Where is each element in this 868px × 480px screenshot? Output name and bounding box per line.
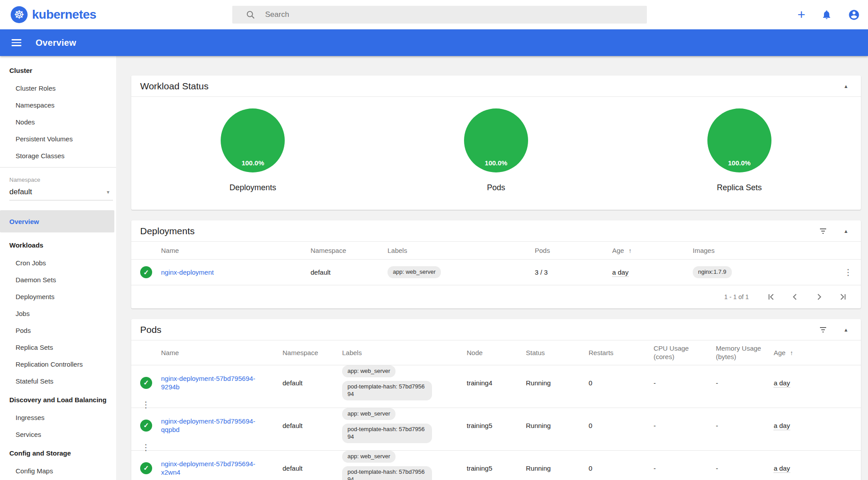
pods-title: Pods bbox=[140, 324, 819, 335]
deployment-namespace: default bbox=[311, 268, 388, 276]
brand-link[interactable]: ☸ kubernetes bbox=[11, 6, 96, 23]
sidebar-section-config-storage[interactable]: Config and Storage bbox=[0, 443, 116, 463]
pod-node: training4 bbox=[467, 379, 526, 387]
last-page-icon bbox=[839, 292, 848, 301]
app-bar: Overview bbox=[0, 29, 868, 56]
pod-row: ✓ nginx-deployment-57bd795694-qqpbd defa… bbox=[131, 408, 861, 451]
sidebar-section-cluster[interactable]: Cluster bbox=[0, 60, 116, 80]
pod-memory: - bbox=[716, 379, 774, 387]
col-header-age[interactable]: Age ↑ bbox=[774, 349, 799, 356]
sidebar-item-ingresses[interactable]: Ingresses bbox=[0, 409, 116, 426]
label-chip: pod-template-hash: 57bd795694 bbox=[342, 424, 432, 443]
sidebar-item-deployments[interactable]: Deployments bbox=[0, 288, 116, 305]
pod-name-link[interactable]: nginx-deployment-57bd795694-9294b bbox=[161, 374, 255, 392]
chevron-down-icon: ▼ bbox=[106, 190, 110, 195]
label-chip: app: web_server bbox=[342, 408, 396, 420]
pod-namespace: default bbox=[283, 422, 342, 429]
label-chip: app: web_server bbox=[342, 365, 396, 377]
sidebar-item-storage-classes[interactable]: Storage Classes bbox=[0, 148, 116, 164]
pods-card: Pods ▲ Name Namespace Labels Node Status bbox=[131, 319, 861, 480]
sidebar-item-config-maps[interactable]: Config Maps bbox=[0, 463, 116, 480]
collapse-button[interactable]: ▲ bbox=[844, 228, 848, 234]
namespace-select[interactable]: default ▼ bbox=[9, 188, 113, 200]
pod-cpu: - bbox=[654, 422, 716, 429]
sidebar-item-stateful-sets[interactable]: Stateful Sets bbox=[0, 373, 116, 390]
col-header-cpu: CPU Usage (cores) bbox=[654, 344, 694, 361]
pie-chart-pods: 100.0% bbox=[464, 108, 528, 172]
col-header-name[interactable]: Name bbox=[161, 247, 311, 254]
pod-cpu: - bbox=[654, 379, 716, 387]
sidebar-item-daemon-sets[interactable]: Daemon Sets bbox=[0, 272, 116, 288]
account-button[interactable] bbox=[848, 9, 860, 21]
label-chip: app: web_server bbox=[342, 451, 396, 463]
row-menu-button[interactable]: ⋮ bbox=[131, 443, 161, 452]
create-resource-button[interactable]: + bbox=[797, 8, 805, 21]
filter-button[interactable] bbox=[819, 227, 828, 236]
deployments-title: Deployments bbox=[140, 226, 819, 236]
workload-status-card: Workload Status ▲ 100.0% Deployments 100… bbox=[131, 76, 861, 210]
deployments-pagination: 1 - 1 of 1 bbox=[131, 285, 861, 308]
sidebar-section-discovery[interactable]: Discovery and Load Balancing bbox=[0, 390, 116, 409]
row-menu-button[interactable]: ⋮ bbox=[836, 268, 861, 276]
sidebar-item-pods[interactable]: Pods bbox=[0, 322, 116, 339]
pod-status: Running bbox=[526, 464, 589, 472]
search-input[interactable] bbox=[265, 10, 630, 19]
filter-button[interactable] bbox=[819, 325, 828, 334]
pod-status: Running bbox=[526, 379, 589, 387]
col-header-node[interactable]: Node bbox=[467, 349, 526, 356]
sidebar-item-namespaces[interactable]: Namespaces bbox=[0, 97, 116, 114]
sidebar-item-overview[interactable]: Overview bbox=[0, 210, 114, 232]
col-header-name[interactable]: Name bbox=[161, 349, 283, 356]
col-header-restarts[interactable]: Restarts bbox=[589, 349, 654, 356]
workload-status-title: Workload Status bbox=[140, 81, 844, 92]
pod-restarts: 0 bbox=[589, 464, 654, 472]
bell-icon bbox=[821, 9, 832, 20]
menu-button[interactable] bbox=[12, 37, 21, 48]
sidebar-item-replication-controllers[interactable]: Replication Controllers bbox=[0, 356, 116, 373]
next-page-button[interactable] bbox=[815, 292, 824, 301]
sort-asc-icon[interactable]: ↑ bbox=[629, 247, 632, 254]
notifications-button[interactable] bbox=[821, 9, 832, 20]
sidebar-item-cron-jobs[interactable]: Cron Jobs bbox=[0, 255, 116, 272]
col-header-namespace[interactable]: Namespace bbox=[283, 349, 342, 356]
workload-status-charts: 100.0% Deployments 100.0% Pods 100.0% Re… bbox=[131, 97, 861, 210]
top-actions: + bbox=[797, 0, 860, 29]
row-menu-button[interactable]: ⋮ bbox=[131, 400, 161, 409]
col-header-status[interactable]: Status bbox=[526, 349, 589, 356]
col-header-age[interactable]: Age ↑ bbox=[612, 247, 693, 254]
collapse-button[interactable]: ▲ bbox=[844, 327, 848, 332]
last-page-button[interactable] bbox=[839, 292, 848, 301]
sidebar-item-nodes[interactable]: Nodes bbox=[0, 114, 116, 131]
pod-name-link[interactable]: nginx-deployment-57bd795694-qqpbd bbox=[161, 417, 255, 434]
first-page-button[interactable] bbox=[767, 292, 775, 301]
sidebar-item-replica-sets[interactable]: Replica Sets bbox=[0, 339, 116, 356]
page-title: Overview bbox=[36, 38, 76, 48]
sidebar-item-services[interactable]: Services bbox=[0, 426, 116, 443]
col-header-namespace[interactable]: Namespace bbox=[311, 247, 388, 254]
pie-replica-sets: 100.0% Replica Sets bbox=[618, 97, 861, 210]
image-chip: nginx:1.7.9 bbox=[693, 266, 732, 278]
pie-label: Deployments bbox=[230, 183, 276, 192]
sidebar-item-persistent-volumes[interactable]: Persistent Volumes bbox=[0, 131, 116, 148]
pod-memory: - bbox=[716, 422, 774, 429]
sort-asc-icon[interactable]: ↑ bbox=[790, 349, 793, 356]
col-header-pods[interactable]: Pods bbox=[535, 247, 612, 254]
label-chip: app: web_server bbox=[388, 266, 441, 278]
sidebar: Cluster Cluster Roles Namespaces Nodes P… bbox=[0, 56, 116, 480]
sidebar-item-jobs[interactable]: Jobs bbox=[0, 305, 116, 322]
sidebar-section-workloads[interactable]: Workloads bbox=[0, 235, 116, 255]
deployment-name-link[interactable]: nginx-deployment bbox=[161, 268, 214, 277]
sidebar-item-cluster-roles[interactable]: Cluster Roles bbox=[0, 80, 116, 97]
search-box[interactable] bbox=[232, 6, 647, 24]
label-chip: pod-template-hash: 57bd795694 bbox=[342, 381, 432, 400]
pod-age: a day bbox=[774, 422, 790, 430]
status-ok-icon: ✓ bbox=[140, 462, 152, 474]
col-header-memory: Memory Usage (bytes) bbox=[716, 344, 767, 361]
top-header: ☸ kubernetes + bbox=[0, 0, 868, 29]
collapse-button[interactable]: ▲ bbox=[844, 84, 848, 89]
prev-page-button[interactable] bbox=[791, 292, 799, 301]
pod-name-link[interactable]: nginx-deployment-57bd795694-x2wn4 bbox=[161, 460, 255, 477]
sidebar-divider bbox=[0, 167, 116, 168]
pod-age: a day bbox=[774, 379, 790, 388]
main-content: Workload Status ▲ 100.0% Deployments 100… bbox=[116, 56, 868, 480]
